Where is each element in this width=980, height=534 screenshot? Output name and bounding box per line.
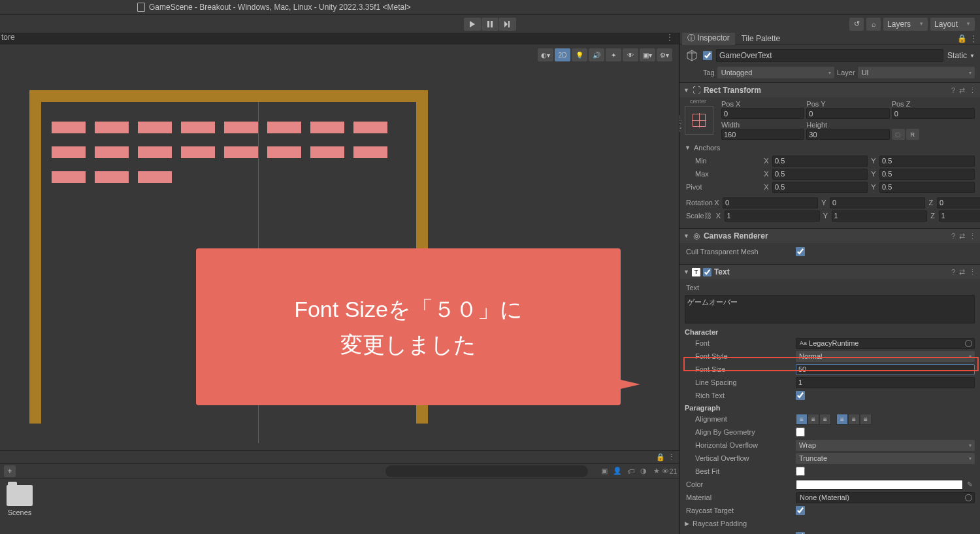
height-input[interactable] [806, 129, 889, 140]
font-field[interactable]: AaLegacyRuntime [796, 338, 975, 349]
store-tab[interactable]: tore⋮ [0, 33, 679, 44]
align-geometry-checkbox[interactable] [796, 427, 805, 437]
help-icon[interactable]: ? [951, 268, 955, 276]
folder-icon [7, 485, 33, 506]
preset-icon[interactable]: ⇄ [959, 232, 965, 241]
disclosure-arrow-icon: ▼ [683, 87, 689, 93]
pos-x-input[interactable] [721, 108, 804, 119]
panel-menu-icon[interactable]: ⋮ [668, 453, 675, 461]
menu-icon[interactable]: ⋮ [969, 232, 976, 241]
label-icon[interactable]: 🏷 [625, 466, 636, 476]
preset-icon[interactable]: ⇄ [959, 268, 965, 276]
layout-dropdown[interactable]: Layout▼ [930, 18, 975, 31]
align-center-button[interactable]: ≡ [808, 414, 819, 425]
vertical-overflow-dropdown[interactable]: Truncate [796, 453, 975, 464]
help-icon[interactable]: ? [951, 232, 955, 241]
best-fit-checkbox[interactable] [796, 467, 805, 476]
cull-transparent-mesh-checkbox[interactable] [796, 247, 805, 256]
type-icon[interactable]: ◑ [638, 466, 649, 476]
lock-icon[interactable]: 🔒 [656, 453, 665, 461]
font-size-input[interactable] [796, 364, 975, 375]
line-spacing-input[interactable] [796, 377, 975, 388]
align-top-button[interactable]: ≡ [836, 414, 848, 425]
pivot-y-input[interactable] [879, 182, 975, 193]
filter-icon[interactable]: ▣ [599, 466, 610, 476]
undo-history-icon[interactable]: ↺ [849, 18, 864, 31]
scale-link-icon[interactable]: ⛓ [704, 212, 711, 220]
search-input[interactable] [385, 465, 588, 477]
pos-y-input[interactable] [806, 108, 889, 119]
object-picker-icon[interactable] [965, 494, 972, 501]
font-style-dropdown[interactable]: Normal [796, 351, 975, 362]
play-toolbar: ↺ ⌕ Layers▼ Layout▼ [0, 14, 980, 33]
add-button[interactable]: + [4, 465, 16, 477]
raw-edit-button[interactable]: R [906, 129, 919, 140]
text-value-textarea[interactable] [685, 295, 975, 324]
pos-z-input[interactable] [892, 108, 975, 119]
raycast-target-checkbox[interactable] [796, 506, 805, 515]
2d-toggle[interactable]: 2D [555, 48, 570, 61]
anchor-max-y-input[interactable] [879, 169, 975, 180]
anchor-preset-button[interactable] [685, 106, 713, 135]
rot-y-input[interactable] [830, 197, 925, 209]
fx-toggle-icon[interactable]: ✦ [606, 48, 621, 61]
scale-z-input[interactable] [939, 210, 980, 222]
gameobject-active-checkbox[interactable] [703, 51, 712, 60]
pivot-x-input[interactable] [772, 182, 868, 193]
width-input[interactable] [721, 129, 804, 140]
search-icon[interactable]: ⌕ [866, 18, 881, 31]
audio-toggle-icon[interactable]: 🔊 [589, 48, 604, 61]
text-component-header[interactable]: ▼ T Text ?⇄⋮ [679, 265, 980, 279]
eyedropper-icon[interactable]: ✎ [967, 480, 973, 489]
align-right-button[interactable]: ≡ [819, 414, 831, 425]
disclosure-arrow-icon: ▼ [683, 233, 689, 239]
text-enabled-checkbox[interactable] [703, 268, 711, 276]
align-middle-button[interactable]: ≡ [848, 414, 860, 425]
scale-y-input[interactable] [832, 210, 927, 222]
step-button[interactable] [499, 18, 516, 31]
color-field[interactable]: ✎ [796, 480, 963, 490]
tag-dropdown[interactable]: Untagged [717, 67, 834, 78]
folder-scenes[interactable]: Scenes [0, 478, 39, 523]
layer-dropdown[interactable]: UI [858, 67, 975, 78]
anchor-max-x-input[interactable] [772, 169, 868, 180]
camera-toggle-icon[interactable]: ▣▾ [640, 48, 655, 61]
preset-icon[interactable]: ⇄ [959, 86, 965, 95]
lock-icon[interactable]: 🔒 [957, 34, 967, 43]
gameobject-name-input[interactable] [716, 49, 943, 62]
material-field[interactable]: None (Material) [796, 492, 975, 503]
panel-menu-icon[interactable]: ⋮ [970, 34, 977, 43]
rot-z-input[interactable] [937, 197, 980, 209]
project-search[interactable] [385, 465, 588, 477]
gizmos-toggle-icon[interactable]: ⚙▾ [657, 48, 672, 61]
pause-button[interactable] [482, 18, 498, 31]
layers-dropdown[interactable]: Layers▼ [883, 18, 928, 31]
gameobject-icon[interactable] [685, 48, 699, 63]
shading-mode-dropdown[interactable]: ◐▾ [538, 48, 553, 61]
hidden-toggle-icon[interactable]: 👁 [623, 48, 638, 61]
align-bottom-button[interactable]: ≡ [860, 414, 872, 425]
object-picker-icon[interactable] [965, 340, 972, 347]
lighting-toggle-icon[interactable]: 💡 [572, 48, 587, 61]
horizontal-overflow-dropdown[interactable]: Wrap [796, 440, 975, 451]
static-dropdown[interactable]: Static ▼ [947, 51, 975, 60]
help-icon[interactable]: ? [951, 86, 955, 95]
panel-menu-icon[interactable]: ⋮ [666, 33, 674, 42]
align-left-button[interactable]: ≡ [796, 414, 808, 425]
anchor-min-y-input[interactable] [879, 156, 975, 167]
inspector-tab[interactable]: ⓘ Inspector [682, 33, 735, 45]
scale-x-input[interactable] [725, 210, 820, 222]
tile-palette-tab[interactable]: Tile Palette [736, 33, 786, 44]
canvas-renderer-header[interactable]: ▼ ◎ Canvas Renderer ?⇄⋮ [679, 229, 980, 243]
rich-text-checkbox[interactable] [796, 391, 805, 400]
favorite-icon[interactable]: 👤 [612, 466, 623, 476]
rot-x-input[interactable] [723, 197, 818, 209]
anchor-min-x-input[interactable] [772, 156, 868, 167]
menu-icon[interactable]: ⋮ [969, 86, 976, 95]
blueprint-mode-button[interactable]: ⬚ [892, 129, 905, 140]
hidden-count[interactable]: 👁21 [664, 466, 675, 476]
rect-transform-header[interactable]: ▼ ⛶ Rect Transform ?⇄⋮ [679, 83, 980, 97]
menu-icon[interactable]: ⋮ [969, 268, 976, 276]
play-button[interactable] [464, 18, 481, 31]
star-icon[interactable]: ★ [651, 466, 662, 476]
